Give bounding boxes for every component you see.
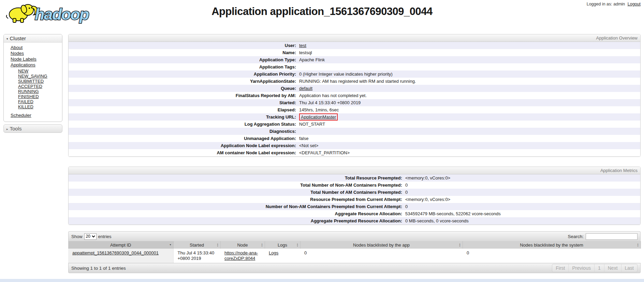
search-input[interactable] — [586, 233, 638, 240]
tools-nav-header[interactable]: ▸Tools — [3, 124, 62, 133]
attempt-id-link[interactable]: appattempt_1561367690309_0044_000001 — [72, 250, 159, 256]
metrics-row-total-resource-preempted: Total Resource Preempted:<memory:0, vCor… — [69, 174, 640, 182]
overview-row-app-node-label-expression: Application Node Label expression:<Not s… — [69, 142, 640, 149]
user-link[interactable]: test — [299, 43, 306, 48]
logout-link[interactable]: Logout — [628, 2, 641, 6]
table-footer: Showing 1 to 1 of 1 entries First Previo… — [68, 263, 641, 273]
cell-started: Thu Jul 4 15:33:40 +0800 2019 — [173, 249, 220, 263]
column-header-node[interactable]: Node▴▾ — [220, 241, 265, 249]
sidebar-item-about[interactable]: About — [11, 45, 23, 50]
column-header-started[interactable]: Started▴▾ — [173, 241, 220, 249]
cluster-nav-header[interactable]: ▾Cluster — [4, 34, 62, 43]
table-header-row: Attempt ID▾ Started▴▾ Node▴▾ Logs▴▾ Node… — [68, 241, 641, 249]
overview-row-yarn-application-state: YarnApplicationState:RUNNING: AM has reg… — [69, 78, 640, 85]
logs-link[interactable]: Logs — [269, 250, 278, 255]
sidebar-item-scheduler[interactable]: Scheduler — [11, 113, 31, 118]
sort-desc-icon: ▾ — [170, 244, 171, 246]
cluster-nav: ▾Cluster About Nodes Node Labels Applica… — [3, 34, 62, 122]
hadoop-elephant-icon: hadoop — [3, 1, 106, 25]
overview-row-name: Name:testsql — [69, 49, 640, 56]
cell-nodes-blacklisted-system: 0 — [463, 249, 641, 263]
page-title: Application application_1561367690309_00… — [113, 5, 531, 18]
pagination-last-button[interactable]: Last — [621, 264, 637, 272]
sidebar-item-applications[interactable]: Applications — [11, 62, 35, 67]
tools-nav-title: Tools — [10, 126, 22, 131]
overview-row-final-status: FinalStatus Reported by AM:Application h… — [69, 92, 640, 99]
cell-nodes-blacklisted-app: 0 — [300, 249, 463, 263]
page-size-select[interactable]: 20 — [84, 233, 97, 240]
svg-text:hadoop: hadoop — [35, 5, 89, 23]
sidebar-item-state-new[interactable]: NEW — [18, 68, 28, 74]
login-text: Logged in as: admin — [587, 2, 625, 6]
table-row: appattempt_1561367690309_0044_000001 Thu… — [68, 249, 641, 263]
tracking-url-highlight: ApplicationMaster — [299, 113, 338, 121]
main-content: Application Overview User:test Name:test… — [68, 34, 641, 273]
sidebar: ▾Cluster About Nodes Node Labels Applica… — [3, 34, 62, 133]
overview-row-application-tags: Application Tags: — [69, 63, 640, 70]
triangle-right-icon: ▸ — [6, 127, 8, 131]
table-toolbar: Show 20 entries Search: — [68, 231, 641, 241]
metrics-row-total-am-containers-preempted: Total Number of AM Containers Preempted:… — [69, 189, 640, 196]
sidebar-item-nodes[interactable]: Nodes — [11, 51, 24, 56]
hadoop-logo[interactable]: hadoop — [3, 1, 106, 25]
sidebar-item-state-accepted[interactable]: ACCEPTED — [18, 84, 42, 89]
metrics-row-resource-preempted-current-attempt: Resource Preempted from Current Attempt:… — [69, 196, 640, 203]
overview-row-elapsed: Elapsed:145hrs, 1mins, 6sec — [69, 106, 640, 113]
sort-both-icon: ▴▾ — [297, 243, 298, 247]
overview-row-tracking-url: Tracking URL:ApplicationMaster — [69, 113, 640, 121]
pagination-page-1-button[interactable]: 1 — [594, 264, 604, 272]
column-header-nodes-blacklisted-app[interactable]: Nodes blacklisted by the app▴▾ — [300, 241, 463, 249]
sort-both-icon: ▴▾ — [261, 243, 262, 247]
login-status: Logged in as: admin Logout — [587, 2, 641, 6]
overview-row-diagnostics: Diagnostics: — [69, 128, 640, 135]
attempts-table: Show 20 entries Search: Attempt ID▾ Star… — [68, 231, 641, 273]
pagination-next-button[interactable]: Next — [604, 264, 621, 272]
overview-row-application-priority: Application Priority:0 (Higher Integer v… — [69, 70, 640, 78]
sidebar-item-state-failed[interactable]: FAILED — [18, 99, 33, 104]
sort-both-icon: ▴▾ — [459, 243, 460, 247]
metrics-row-aggregate-preempted-resource-allocation: Aggregate Preempted Resource Allocation:… — [69, 217, 640, 224]
overview-row-started: Started:Thu Jul 4 15:33:40 +0800 2019 — [69, 99, 640, 106]
column-header-attempt-id[interactable]: Attempt ID▾ — [68, 241, 173, 249]
sidebar-item-state-running[interactable]: RUNNING — [18, 89, 39, 94]
cell-attempt-id: appattempt_1561367690309_0044_000001 — [68, 249, 173, 263]
pagination: First Previous 1 Next Last — [552, 264, 638, 272]
application-metrics-header: Application Metrics — [69, 167, 640, 174]
overview-row-application-type: Application Type:Apache Flink — [69, 56, 640, 63]
metrics-row-non-am-containers-preempted-current-attempt: Number of Non-AM Containers Preempted fr… — [69, 203, 640, 210]
sort-both-icon: ▴▾ — [217, 243, 218, 247]
cluster-nav-title: Cluster — [10, 35, 26, 41]
application-overview-section: Application Overview User:test Name:test… — [68, 34, 641, 157]
sidebar-item-state-new-saving[interactable]: NEW_SAVING — [18, 74, 47, 79]
sidebar-item-state-submitted[interactable]: SUBMITTED — [18, 79, 44, 84]
bottom-strip — [0, 279, 644, 282]
sidebar-item-state-finished[interactable]: FINISHED — [18, 94, 39, 99]
sort-both-icon: ▴▾ — [637, 243, 638, 247]
metrics-row-aggregate-resource-allocation: Aggregate Resource Allocation:534592479 … — [69, 210, 640, 217]
column-header-logs[interactable]: Logs▴▾ — [265, 241, 300, 249]
search-label: Search: — [568, 234, 584, 239]
pagination-first-button[interactable]: First — [552, 264, 568, 272]
node-link[interactable]: https://node-ana-coreZxDP:8044 — [224, 250, 261, 261]
entries-label: entries — [98, 234, 112, 239]
overview-row-am-container-node-label-expression: AM container Node Label expression:<DEFA… — [69, 149, 640, 156]
queue-link[interactable]: default — [299, 86, 312, 91]
show-label: Show — [71, 234, 83, 239]
overview-row-user: User:test — [69, 42, 640, 49]
cell-node: https://node-ana-coreZxDP:8044 — [220, 249, 265, 263]
column-header-nodes-blacklisted-system[interactable]: Nodes blacklisted by the system▴▾ — [463, 241, 641, 249]
application-metrics-section: Application Metrics Total Resource Preem… — [68, 167, 641, 225]
entries-summary: Showing 1 to 1 of 1 entries — [71, 266, 126, 271]
sidebar-item-node-labels[interactable]: Node Labels — [11, 57, 36, 62]
triangle-down-icon: ▾ — [6, 37, 8, 41]
overview-row-queue: Queue:default — [69, 85, 640, 92]
sidebar-item-state-killed[interactable]: KILLED — [18, 104, 33, 109]
metrics-row-total-non-am-containers-preempted: Total Number of Non-AM Containers Preemp… — [69, 182, 640, 189]
cell-logs: Logs — [265, 249, 300, 263]
pagination-previous-button[interactable]: Previous — [568, 264, 594, 272]
application-overview-header: Application Overview — [69, 34, 640, 42]
overview-row-unmanaged-application: Unmanaged Application:false — [69, 135, 640, 142]
application-master-link[interactable]: ApplicationMaster — [301, 114, 336, 120]
overview-row-log-aggregation-status: Log Aggregation Status:NOT_START — [69, 121, 640, 128]
